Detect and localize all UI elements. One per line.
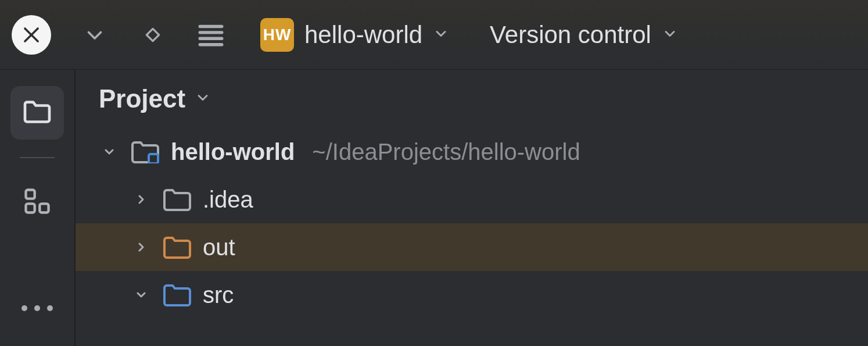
menu-icon[interactable] [196, 20, 225, 49]
project-tree: hello-world ~/IdeaProjects/hello-world .… [76, 128, 868, 346]
project-name-label: hello-world [304, 21, 422, 49]
divider [20, 157, 55, 158]
tree-row[interactable]: out [76, 223, 868, 271]
tree-row[interactable]: .idea [76, 176, 868, 223]
project-tool-button[interactable] [10, 86, 64, 140]
panel-title: Project [99, 84, 185, 113]
module-folder-icon [131, 140, 159, 163]
tree-item-label: out [203, 234, 235, 261]
chevron-down-icon [195, 90, 211, 108]
diamond-icon[interactable] [138, 20, 167, 49]
tree-root-row[interactable]: hello-world ~/IdeaProjects/hello-world [76, 128, 868, 176]
tree-root-label: hello-world [171, 139, 295, 165]
tool-window-strip [0, 70, 76, 346]
project-panel-header[interactable]: Project [76, 70, 868, 128]
expand-icon[interactable] [131, 192, 152, 206]
folder-icon [163, 236, 191, 259]
dot-icon [21, 305, 27, 311]
structure-icon [22, 186, 52, 219]
tree-item-label: src [203, 282, 234, 308]
more-button[interactable] [21, 305, 53, 311]
dot-icon [34, 305, 40, 311]
folder-icon [163, 188, 191, 211]
version-control-selector[interactable]: Version control [490, 21, 678, 49]
tree-item-label: .idea [203, 187, 253, 213]
svg-rect-7 [26, 190, 35, 199]
folder-icon [21, 95, 53, 130]
top-toolbar: HW hello-world Version control [0, 0, 868, 70]
chevron-down-icon[interactable] [80, 20, 109, 49]
svg-rect-9 [40, 204, 48, 212]
collapse-icon[interactable] [131, 288, 152, 302]
expand-icon[interactable] [131, 240, 152, 254]
project-panel: Project [76, 70, 868, 346]
tree-row[interactable]: src [76, 271, 868, 319]
svg-rect-10 [149, 154, 158, 163]
svg-rect-8 [26, 204, 35, 212]
structure-tool-button[interactable] [10, 176, 64, 229]
version-control-label: Version control [490, 21, 651, 49]
chevron-down-icon [662, 26, 678, 44]
folder-icon [163, 283, 191, 306]
main-area: Project [0, 70, 868, 346]
svg-rect-2 [146, 28, 159, 41]
project-badge: HW [260, 18, 294, 52]
tree-root-path: ~/IdeaProjects/hello-world [312, 139, 580, 165]
project-selector[interactable]: HW hello-world [260, 18, 449, 52]
close-button[interactable] [12, 15, 51, 55]
collapse-icon[interactable] [99, 145, 120, 159]
dot-icon [47, 305, 53, 311]
chevron-down-icon [433, 26, 449, 44]
